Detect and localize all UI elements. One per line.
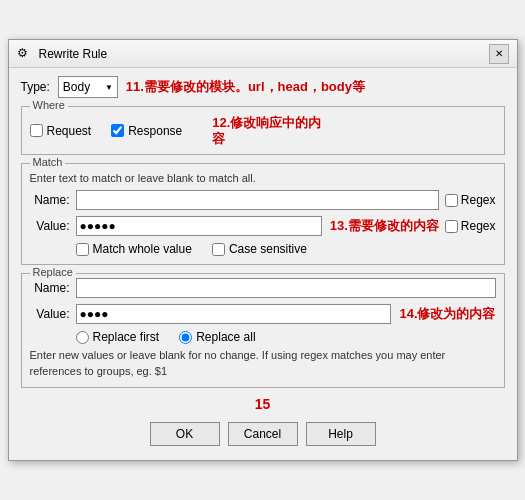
replace-name-input[interactable] xyxy=(76,278,496,298)
where-label: Where xyxy=(30,99,68,111)
match-options-row: Match whole value Case sensitive xyxy=(30,242,496,256)
case-sensitive-checkbox[interactable] xyxy=(212,243,225,256)
match-value-regex-label[interactable]: Regex xyxy=(445,219,496,233)
request-checkbox-label[interactable]: Request xyxy=(30,124,92,138)
where-row: Request Response 12.修改响应中的内容 xyxy=(30,111,496,146)
response-checkbox-label[interactable]: Response xyxy=(111,124,182,138)
match-value-annotation: 13.需要修改的内容 xyxy=(330,217,439,235)
match-value-label: Value: xyxy=(30,219,70,233)
match-value-input[interactable] xyxy=(76,216,322,236)
match-value-regex-checkbox[interactable] xyxy=(445,220,458,233)
replace-radio-row: Replace first Replace all xyxy=(30,330,496,344)
replace-value-label: Value: xyxy=(30,307,70,321)
ok-button[interactable]: OK xyxy=(150,422,220,446)
request-checkbox[interactable] xyxy=(30,124,43,137)
replace-footer: Enter new values or leave blank for no c… xyxy=(30,348,496,379)
replace-value-input[interactable] xyxy=(76,304,392,324)
replace-value-row: Value: 14.修改为的内容 xyxy=(30,304,496,324)
replace-first-radio[interactable] xyxy=(76,331,89,344)
match-hint: Enter text to match or leave blank to ma… xyxy=(30,172,496,184)
type-row: Type: Body 11.需要修改的模块。url，head，body等 xyxy=(21,76,505,98)
type-annotation: 11.需要修改的模块。url，head，body等 xyxy=(126,78,365,96)
close-button[interactable]: ✕ xyxy=(489,44,509,64)
type-label: Type: xyxy=(21,80,50,94)
where-annotation: 12.修改响应中的内容 xyxy=(212,115,332,146)
replace-all-label[interactable]: Replace all xyxy=(179,330,255,344)
rewrite-rule-dialog: ⚙ Rewrite Rule ✕ Type: Body 11.需要修改的模块。u… xyxy=(8,39,518,461)
match-name-row: Name: Regex xyxy=(30,190,496,210)
match-value-row: Value: 13.需要修改的内容 Regex xyxy=(30,216,496,236)
match-name-regex-label[interactable]: Regex xyxy=(445,193,496,207)
response-checkbox[interactable] xyxy=(111,124,124,137)
button-annotation: 15 xyxy=(21,396,505,412)
cancel-button[interactable]: Cancel xyxy=(228,422,298,446)
help-button[interactable]: Help xyxy=(306,422,376,446)
replace-name-label: Name: xyxy=(30,281,70,295)
window-icon: ⚙ xyxy=(17,46,33,62)
window-title: Rewrite Rule xyxy=(39,47,108,61)
replace-all-radio[interactable] xyxy=(179,331,192,344)
match-name-regex-checkbox[interactable] xyxy=(445,194,458,207)
replace-value-annotation: 14.修改为的内容 xyxy=(399,305,495,323)
replace-first-label[interactable]: Replace first xyxy=(76,330,160,344)
replace-group: Replace Name: Value: 14.修改为的内容 Replace f… xyxy=(21,273,505,388)
type-dropdown[interactable]: Body xyxy=(58,76,118,98)
replace-name-row: Name: xyxy=(30,278,496,298)
title-bar: ⚙ Rewrite Rule ✕ xyxy=(9,40,517,68)
match-whole-label[interactable]: Match whole value xyxy=(76,242,192,256)
match-group: Match Enter text to match or leave blank… xyxy=(21,163,505,265)
match-label: Match xyxy=(30,156,66,168)
replace-label: Replace xyxy=(30,266,76,278)
case-sensitive-label[interactable]: Case sensitive xyxy=(212,242,307,256)
match-whole-checkbox[interactable] xyxy=(76,243,89,256)
where-group: Where Request Response 12.修改响应中的内容 xyxy=(21,106,505,155)
match-name-input[interactable] xyxy=(76,190,439,210)
match-name-label: Name: xyxy=(30,193,70,207)
button-row: OK Cancel Help xyxy=(21,414,505,452)
